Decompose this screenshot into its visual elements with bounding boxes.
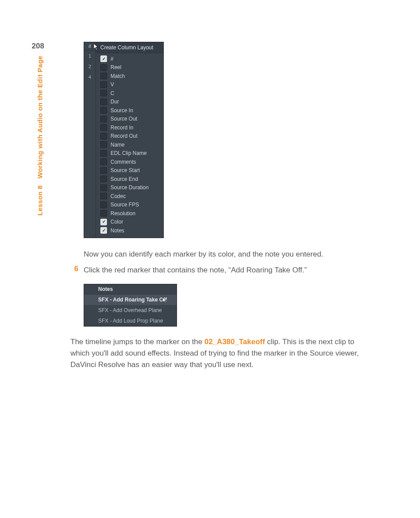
step-number: 6 [70,265,84,276]
checkbox[interactable] [100,55,107,62]
column-checkbox-item[interactable]: Reel [96,63,163,72]
checkbox-label: EDL Clip Name [111,150,147,156]
checkbox[interactable] [100,202,107,208]
checkbox-label: Color [111,219,123,225]
checkbox[interactable] [100,124,107,131]
column-checkbox-item[interactable]: Source Out [96,115,163,124]
checkbox-label: Source Out [111,116,137,122]
section-label: Lesson 8 Working with Audio on the Edit … [36,55,44,216]
column-checkbox-list: #ReelMatchVCDurSource InSource OutRecord… [96,53,163,238]
checkbox[interactable] [100,167,107,174]
notes-row[interactable]: SFX - Add Loud Prop Plane [84,316,177,326]
clip-name: 02_A380_Takeoff [204,338,265,346]
cursor-icon [93,43,99,51]
checkbox[interactable] [100,116,107,122]
column-checkbox-item[interactable]: Color [96,218,163,227]
checkbox-label: Comments [111,159,136,165]
checkbox-label: Source Duration [111,184,149,191]
index-row: 1 [84,51,96,61]
column-checkbox-item[interactable]: Resolution [96,209,163,218]
checkbox[interactable] [100,141,107,148]
context-menu-title[interactable]: Create Column Layout [96,42,163,53]
column-checkbox-item[interactable]: Notes [96,226,163,235]
index-row: 2 [84,61,96,72]
checkbox[interactable] [100,90,107,96]
column-checkbox-item[interactable]: # [96,55,163,63]
para-text: The timeline jumps to the marker on the [70,338,204,346]
column-checkbox-item[interactable]: Dur [96,98,163,107]
checkbox-label: Source In [111,107,133,114]
column-checkbox-item[interactable]: Name [96,140,163,149]
checkbox-label: Name [111,142,125,148]
column-checkbox-item[interactable]: Source In [96,106,163,115]
checkbox-label: # [111,56,114,62]
index-row: 4 [84,72,96,82]
checkbox-label: Notes [111,228,124,234]
checkbox[interactable] [100,133,107,140]
checkbox-label: V [111,81,114,88]
column-checkbox-item[interactable]: Match [96,72,163,81]
checkbox[interactable] [100,227,107,234]
checkbox[interactable] [100,64,107,71]
column-checkbox-item[interactable]: Source End [96,175,163,184]
checkbox-label: Source Start [111,167,140,173]
column-checkbox-item[interactable]: Record Out [96,132,163,141]
column-checkbox-item[interactable]: Record In [96,123,163,132]
checkbox[interactable] [100,219,107,225]
checkbox[interactable] [100,176,107,182]
checkbox[interactable] [100,184,107,191]
column-checkbox-item[interactable]: Source Start [96,166,163,175]
notes-panel: Notes SFX - Add Roaring Take OffSFX - Ad… [84,284,177,327]
column-checkbox-item[interactable]: Comments [96,158,163,166]
checkbox[interactable] [100,150,107,157]
checkbox[interactable] [100,99,107,105]
checkbox-label: Match [111,73,125,79]
body-paragraph: The timeline jumps to the marker on the … [70,336,361,371]
notes-row[interactable]: SFX - Add Overhead Plane [84,305,177,316]
column-checkbox-item[interactable]: EDL Clip Name [96,149,163,158]
step-text: Click the red marker that contains the n… [84,265,307,276]
column-layout-context-menu: # 1 2 4 Create Column Layout #ReelMatchV… [84,42,164,238]
checkbox[interactable] [100,73,107,79]
context-menu-title-text: Create Column Layout [100,44,153,51]
column-checkbox-item[interactable]: Source FPS [96,201,163,209]
checkbox[interactable] [100,193,107,199]
checkbox-label: Resolution [111,210,136,217]
checkbox[interactable] [100,81,107,88]
checkbox-label: Dur [111,99,119,105]
checkbox-label: Codec [111,193,126,199]
checkbox-label: Record In [111,125,133,131]
column-checkbox-item[interactable]: Source Duration [96,184,163,192]
notes-column-header: Notes [84,284,177,294]
page-number: 208 [32,42,44,51]
checkbox-label: Source End [111,176,138,182]
checkbox[interactable] [100,210,107,217]
index-column: # 1 2 4 [84,42,96,238]
column-checkbox-item[interactable]: C [96,89,163,98]
checkbox-label: Record Out [111,133,137,139]
notes-row[interactable]: SFX - Add Roaring Take Off [84,294,177,305]
checkbox-label: Reel [111,64,122,70]
column-checkbox-item[interactable]: Codec [96,192,163,201]
body-text: Now you can identify each marker by its … [84,249,376,260]
checkbox[interactable] [100,107,107,114]
cursor-icon [162,297,168,304]
checkbox-label: Source FPS [111,202,139,208]
checkbox-label: C [111,90,114,96]
checkbox[interactable] [100,158,107,165]
column-checkbox-item[interactable]: V [96,81,163,89]
